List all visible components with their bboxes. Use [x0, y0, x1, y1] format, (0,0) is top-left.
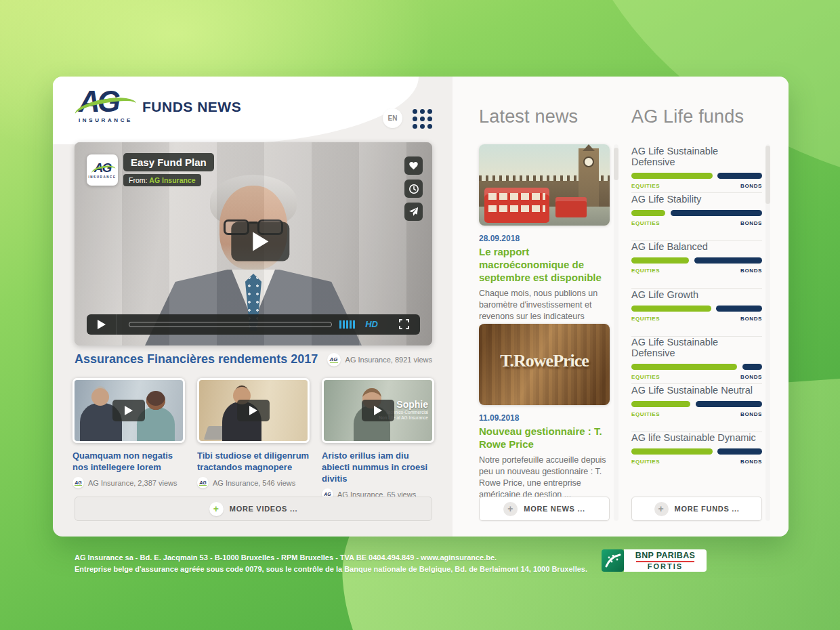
allocation-bars — [631, 401, 762, 407]
bonds-bar — [742, 364, 762, 370]
video-title-badge: Easy Fund Plan — [123, 153, 214, 171]
video-card-title[interactable]: Aristo erillus iam diu abiecti nummus in… — [322, 450, 434, 484]
featured-attribution: AG AG Insurance, 8921 views — [327, 353, 432, 366]
bonds-bar — [694, 257, 762, 264]
news-title[interactable]: Nouveau gestionnaire : T. Rowe Price — [479, 425, 610, 450]
fund-row[interactable]: AG Life Sustainable Defensive EQUITIESBO… — [631, 146, 762, 193]
fund-row[interactable]: AG Life Growth EQUITIESBONDS — [631, 289, 762, 337]
player-controls: HD — [87, 314, 420, 335]
equities-bar — [631, 173, 713, 179]
play-button-large[interactable] — [231, 222, 289, 261]
footer-line-2: Entreprise belge d'assurance agréée sous… — [75, 564, 587, 575]
fullscreen-icon — [399, 319, 409, 329]
progress-bar[interactable] — [129, 322, 332, 327]
bonds-bar — [717, 173, 762, 179]
play-overlay-button[interactable] — [362, 400, 394, 421]
from-value: AG Insurance — [149, 176, 195, 184]
equities-bar — [631, 364, 737, 370]
video-player[interactable]: AG INSURANCE Easy Fund Plan From: AG Ins… — [75, 142, 432, 345]
bnp-emblem-icon — [602, 549, 624, 572]
news-date: 11.09.2018 — [479, 413, 610, 423]
equities-bar — [631, 210, 665, 216]
equities-bar — [631, 448, 713, 455]
clock-icon — [408, 184, 419, 194]
fullscreen-button[interactable] — [399, 319, 409, 332]
play-overlay-button[interactable] — [237, 400, 270, 421]
fund-row[interactable]: AG Life Balanced EQUITIESBONDS — [631, 241, 762, 289]
allocation-bars — [631, 210, 762, 216]
equities-bar — [631, 401, 690, 407]
allocation-bars — [631, 448, 762, 455]
plus-icon: + — [654, 502, 669, 516]
allocation-bars — [631, 306, 762, 312]
allocation-bars — [631, 257, 762, 264]
video-card: Quamquam non negatis nos intellegere lor… — [72, 378, 185, 488]
more-funds-button[interactable]: + MORE FUNDS ... — [631, 497, 762, 521]
fund-row[interactable]: AG life Sustainable Dynamic EQUITIESBOND… — [631, 432, 762, 480]
fund-row[interactable]: AG Life Stability EQUITIESBONDS — [631, 194, 762, 241]
bnp-wordmark: BNP PARIBAS FORTIS — [624, 549, 707, 572]
play-overlay-button[interactable] — [112, 400, 145, 421]
news-heading: Latest news — [479, 106, 578, 127]
footer-legal-text: AG Insurance sa - Bd. E. Jacqmain 53 - B… — [75, 552, 587, 575]
allocation-bars — [631, 364, 762, 370]
play-icon — [97, 319, 106, 330]
video-card-title[interactable]: Tibi studiose et diligenrum tractandos m… — [197, 450, 310, 473]
menu-grid-icon[interactable] — [413, 109, 432, 129]
play-button-small[interactable] — [87, 314, 117, 335]
main-card: AG INSURANCE FUNDS NEWS EN AG INSURANCE … — [53, 77, 789, 537]
news-scrollbar-track[interactable] — [614, 144, 618, 521]
more-videos-button[interactable]: + MORE VIDEOS ... — [75, 497, 432, 521]
volume-bars-icon[interactable] — [339, 320, 355, 329]
bonds-bar — [696, 401, 762, 407]
video-channel-logo: AG INSURANCE — [87, 154, 118, 186]
news-scrollbar-thumb[interactable] — [614, 148, 618, 180]
more-news-button[interactable]: + MORE NEWS ... — [479, 497, 610, 521]
news-item[interactable]: T.RowePrice 11.09.2018 Nouveau gestionna… — [479, 324, 610, 501]
news-excerpt: Notre portefeuille accueille depuis peu … — [479, 455, 610, 501]
equities-bar — [631, 306, 711, 312]
footer-line-1: AG Insurance sa - Bd. E. Jacqmain 53 - B… — [75, 552, 587, 564]
video-card-title[interactable]: Quamquam non negatis nos intellegere lor… — [72, 450, 185, 473]
share-button[interactable] — [404, 203, 423, 221]
video-thumbnail[interactable]: Sophie Technico-Commercial Non Life at A… — [322, 378, 434, 443]
page-title: FUNDS NEWS — [142, 99, 241, 115]
funds-heading: AG Life funds — [631, 106, 744, 127]
video-from-badge: From: AG Insurance — [123, 174, 201, 186]
watch-later-button[interactable] — [404, 180, 423, 198]
plus-icon: + — [503, 502, 518, 516]
video-thumbnail[interactable] — [197, 378, 310, 443]
video-card-views: AG Insurance, 546 views — [213, 479, 295, 487]
video-thumbnail[interactable] — [72, 378, 185, 443]
ag-avatar: AG — [72, 477, 84, 488]
bonds-bar — [717, 448, 762, 455]
video-action-buttons — [404, 156, 423, 221]
video-card-views: AG Insurance, 2,387 views — [88, 479, 177, 487]
bonds-bar — [716, 306, 762, 312]
page-background: AG INSURANCE FUNDS NEWS EN AG INSURANCE … — [0, 0, 840, 630]
fund-row[interactable]: AG Life Sustainable Defensive EQUITIESBO… — [631, 337, 762, 384]
favorite-button[interactable] — [404, 156, 423, 175]
news-item[interactable]: 28.09.2018 Le rapport macroéconomique de… — [479, 144, 610, 334]
bnp-paribas-fortis-logo[interactable]: BNP PARIBAS FORTIS — [602, 549, 707, 572]
news-image-london — [479, 144, 610, 226]
featured-video-title: Assurances Financières rendements 2017 — [75, 352, 318, 366]
language-button[interactable]: EN — [383, 108, 402, 128]
video-card: Sophie Technico-Commercial Non Life at A… — [322, 378, 434, 500]
plus-icon: + — [209, 502, 224, 516]
video-card: Tibi studiose et diligenrum tractandos m… — [197, 378, 310, 488]
featured-views: AG Insurance, 8921 views — [345, 356, 432, 364]
play-icon — [373, 405, 383, 416]
hd-badge[interactable]: HD — [365, 319, 378, 329]
news-title[interactable]: Le rapport macroéconomique de septembre … — [479, 245, 610, 284]
equities-bar — [631, 257, 689, 264]
news-date: 28.09.2018 — [479, 234, 610, 243]
from-label: From: — [129, 176, 147, 184]
funds-scrollbar-thumb[interactable] — [765, 146, 770, 204]
play-icon — [249, 405, 258, 416]
allocation-bars — [631, 173, 762, 179]
play-icon — [251, 232, 269, 252]
ag-avatar: AG — [197, 477, 209, 488]
bonds-bar — [671, 210, 762, 216]
fund-row[interactable]: AG Life Sustainable Neutral EQUITIESBOND… — [631, 385, 762, 432]
